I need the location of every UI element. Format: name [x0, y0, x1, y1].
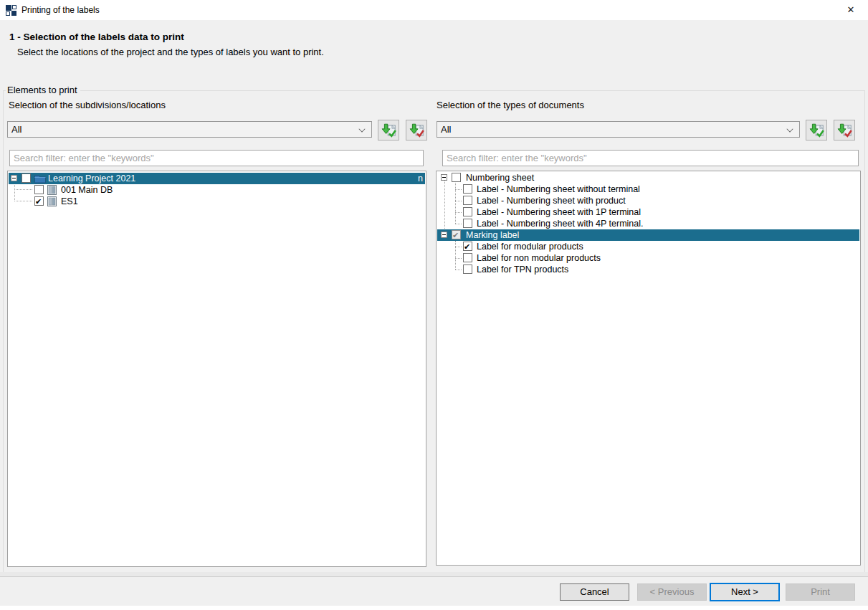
left-filter-value: All: [11, 124, 22, 135]
checkbox[interactable]: [34, 185, 44, 194]
left-tree[interactable]: Learning Project 2021 n 001 Main DB ES1: [7, 171, 426, 567]
cabinet-icon: [47, 185, 57, 195]
cancel-button[interactable]: Cancel: [560, 583, 629, 601]
chevron-down-icon: [786, 125, 793, 132]
left-deselect-all-button[interactable]: [406, 120, 427, 140]
checkbox[interactable]: [463, 207, 472, 216]
tree-item-label: Label - Numbering sheet with product: [477, 195, 626, 206]
right-select-all-button[interactable]: [806, 120, 827, 140]
print-button[interactable]: Print: [786, 583, 855, 601]
tree-item-label: Label - Numbering sheet with 4P terminal…: [477, 218, 644, 229]
step-title: 1 - Selection of the labels data to prin…: [9, 32, 184, 42]
left-select-all-button[interactable]: [378, 120, 399, 140]
left-panel-label: Selection of the subdivisions/locations: [9, 100, 166, 110]
tree-item-label: 001 Main DB: [61, 184, 113, 196]
tree-row[interactable]: Label - Numbering sheet with product: [437, 195, 859, 206]
checkbox[interactable]: [463, 242, 472, 251]
right-tree[interactable]: Numbering sheet Label - Numbering sheet …: [436, 171, 861, 566]
tree-row[interactable]: Label - Numbering sheet without terminal: [437, 184, 859, 195]
tree-row[interactable]: Label for TPN products: [437, 264, 859, 275]
right-deselect-all-button[interactable]: [834, 120, 855, 140]
tree-row[interactable]: Label for non modular products: [437, 252, 859, 264]
tree-item-label: Label - Numbering sheet with 1P terminal: [477, 206, 641, 218]
select-all-icon: [809, 123, 825, 138]
tree-row[interactable]: Label for modular products: [437, 241, 859, 252]
folder-icon: [34, 174, 46, 184]
left-search-input[interactable]: [9, 150, 424, 166]
tree-row[interactable]: Label - Numbering sheet with 4P terminal…: [437, 218, 859, 229]
tree-row[interactable]: Learning Project 2021 n: [9, 173, 425, 184]
tree-item-label: Marking label: [466, 229, 519, 241]
collapse-icon[interactable]: [11, 175, 17, 181]
right-panel-label: Selection of the types of documents: [437, 100, 584, 110]
right-filter-value: All: [441, 124, 451, 135]
group-label: Elements to print: [6, 85, 80, 95]
collapse-icon[interactable]: [441, 232, 447, 238]
right-search-input[interactable]: [442, 150, 859, 166]
window-title: Printing of the labels: [22, 5, 100, 15]
checkbox[interactable]: [463, 184, 472, 194]
tree-row[interactable]: ES1: [9, 196, 425, 207]
tree-item-label: Label - Numbering sheet without terminal: [477, 184, 640, 195]
checkbox[interactable]: [34, 196, 44, 206]
checkbox[interactable]: [452, 230, 461, 239]
checkbox[interactable]: [463, 196, 472, 205]
checkbox[interactable]: [463, 219, 472, 228]
tree-row[interactable]: 001 Main DB: [9, 184, 425, 196]
app-logo-icon: [6, 5, 16, 16]
tree-item-label: Learning Project 2021: [48, 173, 135, 184]
chevron-down-icon: [358, 125, 365, 132]
tree-item-label: Label for non modular products: [477, 252, 601, 264]
clipped-text-artifact: n: [418, 173, 423, 184]
title-bar: Printing of the labels ✕: [0, 0, 868, 20]
tree-row[interactable]: Numbering sheet: [437, 172, 859, 184]
checkbox[interactable]: [463, 265, 472, 274]
tree-row[interactable]: Marking label: [437, 229, 859, 241]
next-button[interactable]: Next >: [710, 583, 780, 601]
tree-row[interactable]: Label - Numbering sheet with 1P terminal: [437, 206, 859, 218]
select-all-icon: [381, 123, 397, 138]
checkbox[interactable]: [452, 173, 461, 182]
tree-item-label: Numbering sheet: [466, 172, 534, 184]
deselect-all-icon: [837, 123, 853, 138]
collapse-icon[interactable]: [441, 174, 447, 181]
left-filter-dropdown[interactable]: All: [7, 121, 372, 138]
tree-item-label: Label for modular products: [477, 241, 583, 252]
checkbox[interactable]: [463, 253, 472, 262]
cabinet-icon: [47, 196, 57, 206]
close-icon[interactable]: ✕: [838, 1, 864, 19]
tree-item-label: ES1: [61, 196, 78, 207]
deselect-all-icon: [409, 123, 425, 138]
previous-button[interactable]: < Previous: [637, 583, 707, 601]
step-subtitle: Select the locations of the project and …: [17, 47, 324, 57]
checkbox[interactable]: [22, 173, 31, 183]
tree-item-label: Label for TPN products: [477, 264, 568, 275]
right-filter-dropdown[interactable]: All: [437, 121, 800, 138]
dialog-bottom-edge: [0, 606, 868, 610]
content-footer-separator: [0, 572, 868, 577]
